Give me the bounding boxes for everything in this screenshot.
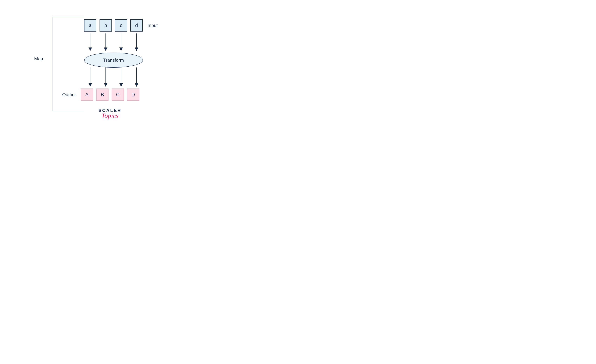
map-diagram: Map a b c d Input Transform Output A xyxy=(45,17,168,115)
output-label: Output xyxy=(62,92,76,97)
arrows-input-to-transform xyxy=(84,33,144,53)
input-label: Input xyxy=(148,23,158,28)
input-box-c: c xyxy=(115,19,127,31)
scaler-topics-logo: SCALER Topics xyxy=(98,108,121,119)
arrows-transform-to-output xyxy=(84,67,144,88)
output-box-c: C xyxy=(112,89,124,101)
output-box-d: D xyxy=(127,89,139,101)
logo-topics-text: Topics xyxy=(98,112,121,119)
input-row: a b c d Input xyxy=(84,19,158,31)
output-row: Output A B C D xyxy=(62,89,139,101)
output-box-b: B xyxy=(96,89,108,101)
output-box-a: A xyxy=(81,89,93,101)
input-box-b: b xyxy=(100,19,112,31)
input-box-d: d xyxy=(130,19,143,31)
transform-node: Transform xyxy=(84,52,143,68)
input-box-a: a xyxy=(84,19,96,31)
map-label: Map xyxy=(34,56,43,61)
